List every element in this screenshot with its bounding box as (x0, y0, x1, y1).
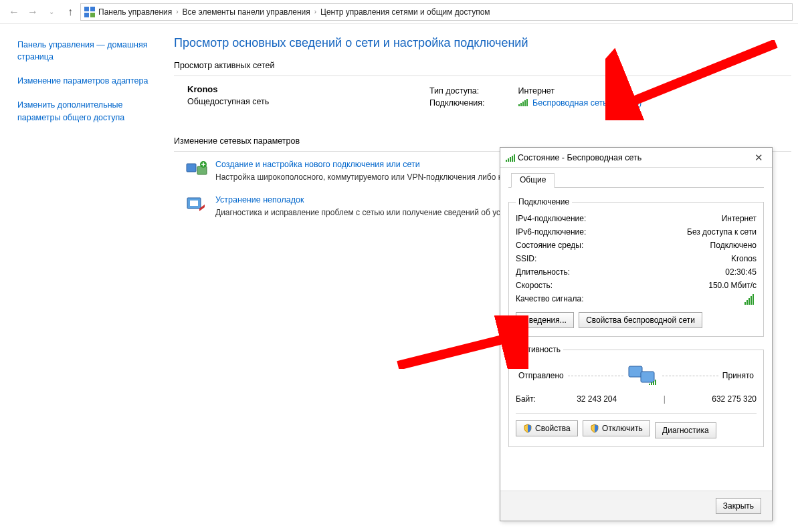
control-panel-icon (84, 6, 96, 18)
sidebar-link-advanced-sharing[interactable]: Изменить дополнительные параметры общего… (17, 99, 158, 123)
bytes-sent-value: 32 243 204 (577, 394, 617, 404)
up-button[interactable]: ↑ (62, 3, 79, 21)
breadcrumb-item[interactable]: Центр управления сетями и общим доступом (320, 7, 490, 17)
svg-rect-2 (84, 13, 89, 17)
recent-dropdown[interactable]: ⌄ (43, 3, 60, 21)
activity-monitors-icon (627, 364, 658, 388)
tab-general[interactable]: Общие (511, 173, 555, 188)
svg-rect-1 (90, 7, 95, 11)
network-name: Kronos (187, 84, 428, 94)
close-button[interactable]: Закрыть (716, 498, 761, 514)
sidebar: Панель управления — домашняя страница Из… (0, 24, 167, 237)
activity-group: Активность Отправлено Принято Байт: 32 2… (508, 345, 764, 447)
svg-rect-4 (187, 164, 196, 172)
properties-button-label: Свойства (535, 424, 571, 433)
connection-group: Подключение IPv4-подключение:Интернет IP… (508, 197, 764, 337)
duration-value: 02:30:45 (725, 267, 757, 277)
troubleshoot-icon (186, 195, 207, 214)
sidebar-link-adapter-settings[interactable]: Изменение параметров адаптера (17, 75, 158, 87)
svg-rect-8 (190, 201, 198, 206)
bytes-received-value: 632 275 320 (712, 394, 757, 404)
disable-button-label: Отключить (602, 424, 643, 433)
connection-group-label: Подключение (516, 197, 572, 207)
disable-button[interactable]: Отключить (583, 420, 650, 436)
wifi-signal-icon (506, 154, 515, 162)
shield-icon (590, 424, 599, 433)
sent-label: Отправлено (518, 371, 564, 380)
back-button[interactable]: ← (5, 3, 23, 21)
active-network-row: Kronos Общедоступная сеть Тип доступа: И… (174, 84, 791, 110)
change-settings-label: Изменение сетевых параметров (174, 136, 791, 146)
signal-quality-icon (744, 294, 754, 305)
access-type-label: Тип доступа: (429, 86, 490, 96)
activity-group-label: Активность (516, 345, 563, 354)
signal-quality-label: Качество сигнала: (516, 294, 583, 305)
diagnose-button[interactable]: Диагностика (655, 422, 716, 438)
properties-button[interactable]: Свойства (516, 420, 578, 436)
ipv4-value: Интернет (722, 214, 757, 223)
active-networks-label: Просмотр активных сетей (174, 61, 791, 70)
wireless-properties-button[interactable]: Свойства беспроводной сети (579, 312, 702, 328)
network-category: Общедоступная сеть (187, 97, 428, 106)
svg-rect-5 (197, 166, 207, 174)
close-button[interactable]: ✕ (749, 152, 768, 164)
new-connection-icon (186, 160, 207, 178)
ipv6-label: IPv6-подключение: (516, 227, 586, 237)
svg-rect-10 (641, 372, 654, 382)
breadcrumb-item[interactable]: Панель управления (98, 7, 172, 17)
svg-rect-11 (649, 384, 650, 385)
address-bar[interactable]: Панель управления › Все элементы панели … (80, 3, 793, 21)
forward-button[interactable]: → (24, 3, 41, 21)
wifi-status-dialog: Состояние - Беспроводная сеть ✕ Общие По… (500, 147, 773, 521)
svg-rect-12 (651, 382, 652, 385)
svg-rect-9 (629, 366, 642, 377)
shield-icon (523, 424, 532, 433)
wifi-signal-icon (518, 98, 528, 106)
speed-label: Скорость: (516, 281, 553, 290)
breadcrumb-sep-icon: › (313, 8, 318, 15)
svg-rect-0 (84, 7, 89, 11)
details-button[interactable]: Сведения... (516, 312, 574, 328)
page-title: Просмотр основных сведений о сети и наст… (174, 36, 791, 50)
explorer-nav-bar: ← → ⌄ ↑ Панель управления › Все элементы… (0, 0, 798, 24)
bytes-label: Байт: (516, 394, 536, 404)
media-state-value: Подключено (710, 241, 757, 250)
media-state-label: Состояние среды: (516, 241, 583, 250)
svg-rect-3 (90, 13, 95, 17)
ssid-label: SSID: (516, 254, 536, 263)
svg-rect-14 (655, 380, 656, 385)
breadcrumb-sep-icon: › (175, 8, 179, 15)
duration-label: Длительность: (516, 267, 570, 277)
svg-rect-13 (653, 381, 654, 385)
received-label: Принято (722, 371, 754, 380)
access-type-value: Интернет (492, 86, 647, 96)
breadcrumb-item[interactable]: Все элементы панели управления (183, 7, 310, 17)
connection-link[interactable]: Беспроводная сеть (Kronos) (532, 98, 641, 108)
connections-label: Подключения: (429, 98, 490, 108)
dialog-tabs: Общие (508, 173, 764, 188)
ipv4-label: IPv4-подключение: (516, 214, 586, 223)
sidebar-link-home[interactable]: Панель управления — домашняя страница (17, 39, 158, 63)
ssid-value: Kronos (731, 254, 757, 263)
speed-value: 150.0 Мбит/с (708, 281, 757, 290)
ipv6-value: Без доступа к сети (687, 227, 757, 237)
dialog-title: Состояние - Беспроводная сеть (518, 153, 749, 162)
